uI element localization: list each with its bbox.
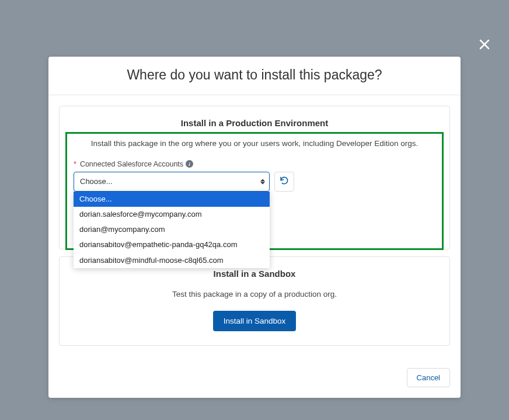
sandbox-panel: Install in a Sandbox Test this package i… <box>59 256 450 346</box>
dropdown-option[interactable]: dorian@mycompany.com <box>74 222 270 237</box>
production-panel: Install in a Production Environment Inst… <box>59 106 450 249</box>
close-icon[interactable] <box>477 37 491 51</box>
production-title: Install in a Production Environment <box>74 118 435 128</box>
dropdown-option[interactable]: doriansabitov@empathetic-panda-gq42qa.co… <box>74 237 270 252</box>
modal-title: Where do you want to install this packag… <box>48 57 461 95</box>
accounts-field-label: * Connected Salesforce Accounts i <box>74 160 435 168</box>
sandbox-desc: Test this package in a copy of a product… <box>74 289 435 300</box>
accounts-select-wrap: Choose... Choose... dorian.salesforce@my… <box>74 172 270 192</box>
accounts-label-text: Connected Salesforce Accounts <box>80 160 183 168</box>
dropdown-option[interactable]: Choose... <box>74 192 270 207</box>
dropdown-option[interactable]: dorian.salesforce@mycompany.com <box>74 207 270 222</box>
info-icon[interactable]: i <box>186 160 193 168</box>
modal-body: Install in a Production Environment Inst… <box>48 95 461 361</box>
modal-footer: Cancel <box>48 361 461 398</box>
required-mark: * <box>74 160 76 168</box>
select-arrows-icon <box>260 179 265 184</box>
production-desc: Install this package in the org where yo… <box>74 138 435 150</box>
refresh-button[interactable] <box>274 172 294 192</box>
accounts-select[interactable]: Choose... <box>74 172 270 192</box>
dropdown-option[interactable]: doriansabitov@mindful-moose-c8ql65.com <box>74 253 270 268</box>
accounts-select-row: Choose... Choose... dorian.salesforce@my… <box>74 172 435 192</box>
install-modal: Where do you want to install this packag… <box>48 57 461 398</box>
accounts-dropdown: Choose... dorian.salesforce@mycompany.co… <box>74 192 270 268</box>
accounts-select-value: Choose... <box>80 177 113 186</box>
refresh-icon <box>280 176 289 187</box>
install-sandbox-button[interactable]: Install in Sandbox <box>213 311 297 331</box>
sandbox-title: Install in a Sandbox <box>74 269 435 279</box>
cancel-button[interactable]: Cancel <box>407 368 450 387</box>
